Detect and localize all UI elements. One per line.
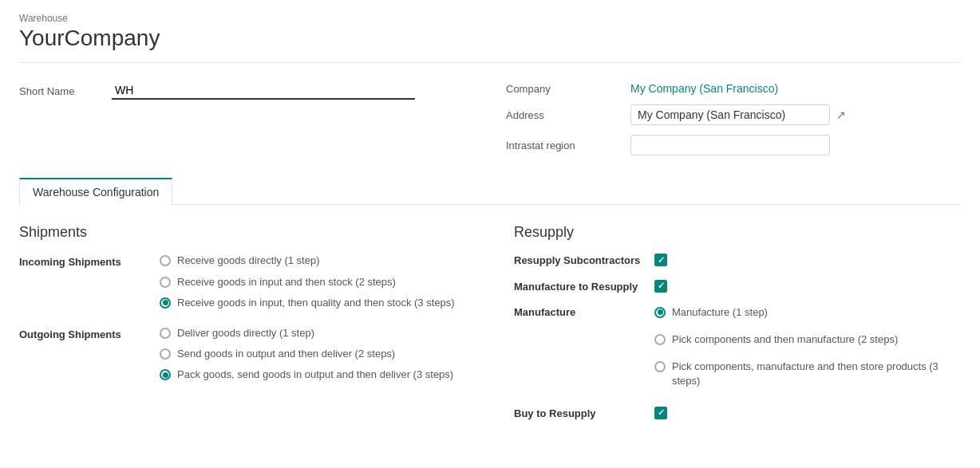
company-label: Company [506, 83, 618, 95]
resupply-subcontractors-row: Resupply Subcontractors [514, 254, 961, 268]
outgoing-option-3[interactable]: Pack goods, send goods in output and the… [160, 368, 466, 382]
manufacture-row: Manufacture Manufacture (1 step) Pick co… [514, 305, 961, 395]
incoming-label-3: Receive goods in input, then quality and… [177, 296, 455, 310]
manufacture-option-1[interactable]: Manufacture (1 step) [654, 305, 961, 320]
manufacture-resupply-label: Manufacture to Resupply [514, 280, 642, 294]
manufacture-option-1-label: Manufacture (1 step) [672, 305, 768, 320]
manufacture-options: Manufacture (1 step) Pick components and… [654, 305, 961, 395]
address-label: Address [506, 109, 618, 121]
short-name-input[interactable] [112, 82, 415, 100]
address-select[interactable]: My Company (San Francisco) [630, 104, 830, 125]
buy-resupply-row: Buy to Resupply [514, 407, 961, 421]
manufacture-label: Manufacture [514, 305, 642, 320]
page-header: Warehouse YourCompany [19, 13, 961, 63]
outgoing-radio-1[interactable] [160, 328, 171, 339]
outgoing-shipments-label: Outgoing Shipments [19, 328, 121, 340]
page-title: YourCompany [19, 24, 961, 53]
incoming-option-1[interactable]: Receive goods directly (1 step) [160, 254, 466, 268]
manufacture-option-3-label: Pick components, manufacture and then st… [672, 360, 961, 388]
shipments-title: Shipments [19, 224, 466, 241]
outgoing-radio-2[interactable] [160, 348, 171, 360]
resupply-subcontractors-label: Resupply Subcontractors [514, 254, 642, 268]
incoming-label-2: Receive goods in input and then stock (2… [177, 275, 396, 289]
incoming-radio-2[interactable] [160, 277, 171, 288]
outgoing-option-2[interactable]: Send goods in output and then deliver (2… [160, 347, 466, 361]
main-content: Shipments Incoming Shipments Receive goo… [19, 224, 961, 431]
buy-resupply-label: Buy to Resupply [514, 407, 642, 421]
incoming-shipments-row: Incoming Shipments Receive goods directl… [19, 254, 466, 317]
incoming-label-1: Receive goods directly (1 step) [177, 254, 319, 268]
manufacture-resupply-checkbox[interactable] [654, 280, 667, 293]
incoming-radio-3[interactable] [160, 297, 171, 309]
manufacture-radio-1[interactable] [654, 307, 666, 318]
outgoing-shipments-row: Outgoing Shipments Deliver goods directl… [19, 326, 466, 389]
manufacture-option-2[interactable]: Pick components and then manufacture (2 … [654, 332, 961, 347]
incoming-option-3[interactable]: Receive goods in input, then quality and… [160, 296, 466, 310]
company-link[interactable]: My Company (San Francisco) [630, 82, 778, 95]
incoming-radio-1[interactable] [160, 255, 171, 266]
resupply-subcontractors-checkbox[interactable] [654, 254, 667, 266]
manufacture-option-3[interactable]: Pick components, manufacture and then st… [654, 360, 961, 388]
outgoing-label-2: Send goods in output and then deliver (2… [177, 347, 395, 361]
short-name-label: Short Name [19, 82, 99, 97]
tabs-bar: Warehouse Configuration [19, 178, 961, 205]
incoming-shipments-label: Incoming Shipments [19, 256, 121, 268]
breadcrumb: Warehouse [19, 13, 961, 24]
tab-warehouse-configuration[interactable]: Warehouse Configuration [19, 178, 172, 205]
buy-resupply-checkbox[interactable] [654, 407, 667, 419]
outgoing-label-1: Deliver goods directly (1 step) [177, 326, 314, 340]
intrastat-select[interactable] [630, 135, 830, 155]
external-link-icon[interactable]: ↗ [836, 108, 846, 121]
resupply-section: Resupply Resupply Subcontractors Manufac… [514, 224, 961, 431]
intrastat-label: Intrastat region [506, 140, 618, 151]
form-section: Short Name Company My Company (San Franc… [19, 76, 961, 162]
shipments-section: Shipments Incoming Shipments Receive goo… [19, 224, 466, 431]
outgoing-option-1[interactable]: Deliver goods directly (1 step) [160, 326, 466, 340]
resupply-title: Resupply [514, 224, 961, 241]
outgoing-radio-3[interactable] [160, 369, 171, 380]
manufacture-radio-2[interactable] [654, 334, 666, 345]
outgoing-label-3: Pack goods, send goods in output and the… [177, 368, 453, 382]
manufacture-resupply-row: Manufacture to Resupply [514, 280, 961, 294]
incoming-option-2[interactable]: Receive goods in input and then stock (2… [160, 275, 466, 289]
manufacture-radio-3[interactable] [654, 361, 666, 372]
manufacture-option-2-label: Pick components and then manufacture (2 … [672, 332, 898, 347]
